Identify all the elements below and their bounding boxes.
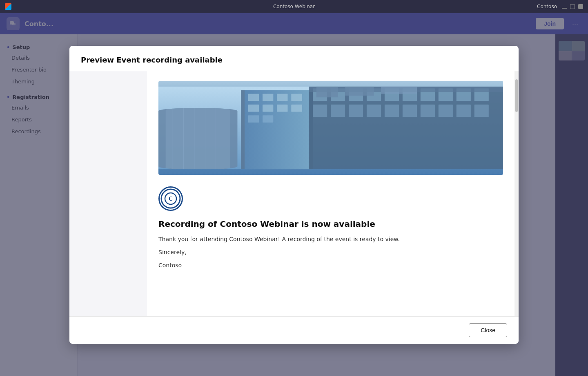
svg-rect-33 [313,104,327,117]
modal-footer: Close [69,316,519,344]
svg-rect-16 [248,104,259,112]
copyright-logo-svg: C [160,188,181,209]
window-controls: Contoso [537,0,588,13]
svg-rect-4 [166,108,230,169]
svg-rect-14 [277,94,287,101]
app-logo [5,3,11,10]
modal-content-area: C Recording of Contoso Webinar is now av… [147,71,514,316]
svg-rect-35 [349,104,363,117]
ms-logo-icon [5,3,11,10]
building-svg [158,81,503,175]
svg-rect-44 [316,86,338,97]
svg-rect-21 [263,115,273,123]
svg-rect-17 [263,104,273,112]
modal-left-gutter [69,71,147,316]
modal-dialog: Preview Event recording available [69,46,519,344]
modal-overlay: Preview Event recording available [0,13,588,376]
modal-header: Preview Event recording available [69,46,519,71]
svg-rect-37 [385,104,399,117]
svg-rect-11 [245,90,309,169]
email-heading: Recording of Contoso Webinar is now avai… [158,219,503,229]
window-title: Contoso Webinar [273,4,315,9]
svg-rect-15 [291,94,302,101]
close-modal-button[interactable]: Close [469,323,507,337]
contoso-org-label: Contoso [537,4,557,9]
svg-rect-42 [474,104,489,117]
modal-title: Preview Event recording available [81,56,223,64]
minimize-button[interactable] [562,8,567,9]
modal-body: C Recording of Contoso Webinar is now av… [69,71,519,316]
maximize-button[interactable] [570,4,575,9]
svg-text:C: C [169,196,173,202]
contoso-logo: C [158,186,183,211]
svg-rect-41 [457,104,471,117]
svg-rect-40 [439,104,453,117]
close-button-window[interactable] [578,4,583,9]
modal-scrollbar-thumb[interactable] [515,79,518,112]
email-sender: Contoso [158,261,503,270]
svg-rect-19 [291,104,302,112]
svg-rect-38 [403,104,417,117]
svg-rect-34 [331,104,345,117]
building-image [158,81,503,175]
email-salutation: Sincerely, [158,248,503,257]
svg-rect-12 [248,94,259,101]
svg-rect-18 [277,104,287,112]
email-body-text-1: Thank you for attending Contoso Webinar!… [158,235,503,244]
logo-area: C [158,186,503,211]
svg-rect-46 [381,86,417,94]
svg-rect-13 [263,94,273,101]
svg-rect-45 [345,86,374,95]
svg-rect-39 [421,104,435,117]
modal-scrollbar[interactable] [514,71,519,316]
svg-rect-20 [248,115,259,123]
title-bar: Contoso Webinar Contoso [0,0,588,13]
svg-rect-36 [367,104,381,117]
